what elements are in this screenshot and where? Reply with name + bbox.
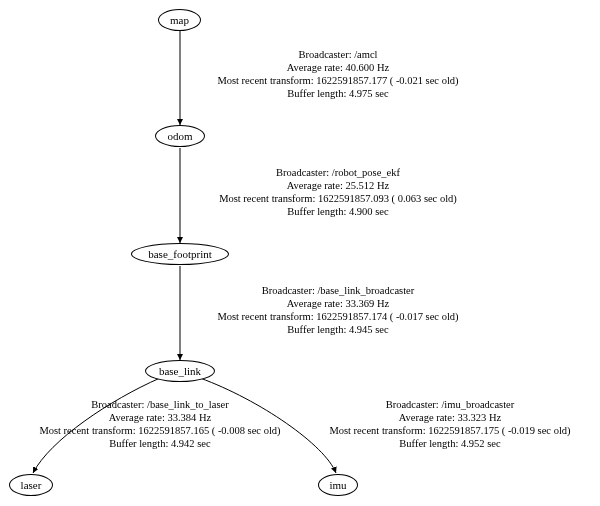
edge-label-map-odom: Broadcaster: /amcl Average rate: 40.600 … [188, 48, 488, 101]
edge-l2: Average rate: 40.600 Hz [188, 61, 488, 74]
edge-l1: Broadcaster: /robot_pose_ekf [188, 166, 488, 179]
edge-l4: Buffer length: 4.942 sec [20, 437, 300, 450]
edge-l2: Average rate: 33.369 Hz [188, 297, 488, 310]
node-base-footprint: base_footprint [131, 243, 229, 265]
edge-l3: Most recent transform: 1622591857.175 ( … [310, 424, 590, 437]
edge-l2: Average rate: 33.384 Hz [20, 411, 300, 424]
edge-l1: Broadcaster: /base_link_to_laser [20, 398, 300, 411]
node-imu-label: imu [329, 480, 346, 491]
edge-l3: Most recent transform: 1622591857.165 ( … [20, 424, 300, 437]
edge-l4: Buffer length: 4.945 sec [188, 323, 488, 336]
edge-l2: Average rate: 33.323 Hz [310, 411, 590, 424]
edge-l4: Buffer length: 4.975 sec [188, 87, 488, 100]
node-laser-label: laser [21, 480, 42, 491]
edge-l2: Average rate: 25.512 Hz [188, 179, 488, 192]
edge-l4: Buffer length: 4.952 sec [310, 437, 590, 450]
node-map-label: map [170, 15, 189, 26]
edge-l1: Broadcaster: /base_link_broadcaster [188, 284, 488, 297]
edge-l1: Broadcaster: /imu_broadcaster [310, 398, 590, 411]
edge-label-baselink-imu: Broadcaster: /imu_broadcaster Average ra… [310, 398, 590, 451]
edge-l3: Most recent transform: 1622591857.177 ( … [188, 74, 488, 87]
node-imu: imu [318, 474, 358, 496]
edge-label-odom-basefootprint: Broadcaster: /robot_pose_ekf Average rat… [188, 166, 488, 219]
node-odom-label: odom [167, 131, 192, 142]
edge-label-basefootprint-baselink: Broadcaster: /base_link_broadcaster Aver… [188, 284, 488, 337]
edge-l3: Most recent transform: 1622591857.093 ( … [188, 192, 488, 205]
edge-label-baselink-laser: Broadcaster: /base_link_to_laser Average… [20, 398, 300, 451]
edge-l1: Broadcaster: /amcl [188, 48, 488, 61]
node-base-footprint-label: base_footprint [148, 249, 212, 260]
node-map: map [158, 9, 201, 31]
edge-l3: Most recent transform: 1622591857.174 ( … [188, 310, 488, 323]
node-laser: laser [9, 474, 53, 496]
edge-l4: Buffer length: 4.900 sec [188, 205, 488, 218]
node-base-link-label: base_link [159, 366, 201, 377]
node-base-link: base_link [145, 360, 215, 382]
node-odom: odom [155, 125, 205, 147]
